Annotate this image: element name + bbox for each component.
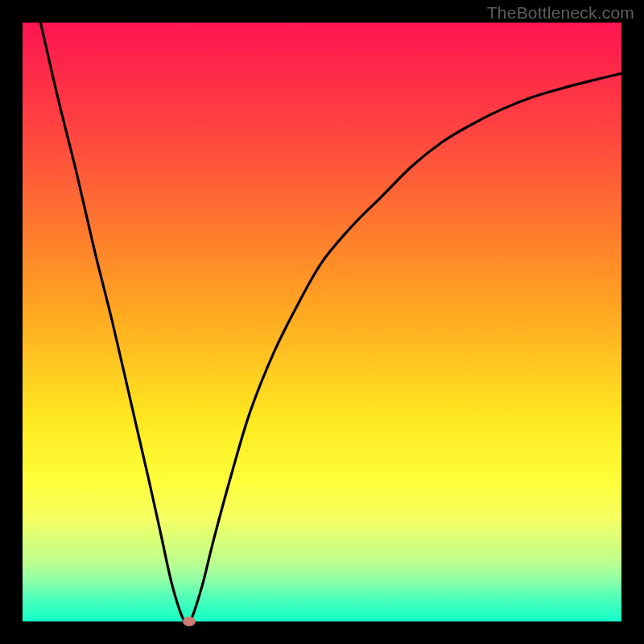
watermark-text: TheBottleneck.com bbox=[487, 3, 634, 23]
chart-frame bbox=[23, 23, 621, 621]
optimum-marker bbox=[183, 617, 196, 626]
chart-svg bbox=[23, 23, 621, 621]
